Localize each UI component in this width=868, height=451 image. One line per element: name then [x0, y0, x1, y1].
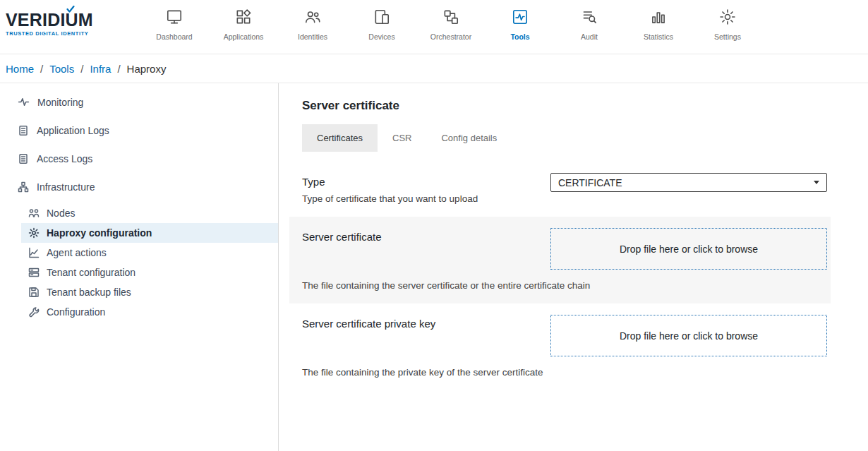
brand-tagline: TRUSTED DIGITAL IDENTITY [6, 30, 123, 37]
sidebar-item-infrastructure[interactable]: Infrastructure [0, 173, 278, 201]
certificate-type-select[interactable]: CERTIFICATE [550, 173, 827, 192]
nav-item-statistics[interactable]: Statistics [624, 0, 693, 41]
sidebar: Monitoring Application Logs Access Logs … [0, 83, 279, 451]
settings-gear-icon [717, 8, 738, 26]
nav-label: Tools [510, 32, 529, 41]
nav-item-identities[interactable]: Identities [278, 0, 347, 41]
sidebar-item-label: Monitoring [37, 97, 83, 108]
configuration-wrench-icon [28, 306, 40, 318]
nav-label: Statistics [644, 32, 673, 41]
nav-item-applications[interactable]: Applications [209, 0, 278, 41]
nav-label: Applications [224, 32, 264, 41]
tab-csr[interactable]: CSR [378, 124, 426, 152]
sidebar-item-label: Tenant backup files [47, 287, 131, 298]
breadcrumb-infra[interactable]: Infra [90, 63, 111, 75]
sidebar-item-label: Nodes [47, 208, 75, 219]
nodes-icon [28, 208, 40, 219]
sidebar-item-label: Access Logs [37, 153, 92, 164]
dropzone-text: Drop file here or click to browse [620, 330, 758, 342]
sidebar-item-label: Haproxy configuration [47, 227, 152, 239]
tools-icon [510, 8, 531, 26]
sidebar-item-label: Configuration [47, 306, 105, 318]
nav-label: Settings [714, 32, 741, 41]
top-navigation: VERIDIUM TRUSTED DIGITAL IDENTITY Dashbo… [0, 0, 868, 54]
identities-icon [302, 8, 323, 26]
sidebar-item-nodes[interactable]: Nodes [0, 203, 278, 223]
orchestrator-icon [440, 8, 462, 26]
sidebar-item-monitoring[interactable]: Monitoring [0, 88, 278, 116]
audit-icon [579, 8, 600, 26]
page-title: Server certificate [302, 99, 827, 113]
sidebar-item-label: Agent actions [47, 247, 107, 258]
breadcrumb-separator: / [80, 63, 83, 75]
sidebar-item-configuration[interactable]: Configuration [0, 302, 278, 322]
main-nav: Dashboard Applications Identities Device… [140, 0, 762, 41]
agent-actions-chart-icon [28, 247, 40, 258]
access-logs-icon [18, 153, 29, 164]
brand-name: VERIDIUM [6, 11, 123, 29]
sidebar-item-label: Application Logs [37, 125, 109, 136]
nav-label: Identities [298, 32, 327, 41]
nav-item-devices[interactable]: Devices [347, 0, 416, 41]
sidebar-item-access-logs[interactable]: Access Logs [0, 145, 278, 173]
breadcrumb-separator: / [40, 63, 43, 75]
breadcrumb-separator: / [117, 63, 120, 75]
server-certificate-row: Server certificate Drop file here or cli… [289, 217, 831, 303]
sidebar-item-label: Infrastructure [37, 181, 95, 193]
tab-certificates[interactable]: Certificates [302, 124, 378, 152]
logo-check-icon [66, 6, 75, 13]
nav-label: Audit [581, 32, 598, 41]
application-logs-icon [18, 125, 29, 136]
server-certificate-label: Server certificate [302, 228, 382, 243]
chevron-down-icon [814, 181, 819, 184]
nav-item-dashboard[interactable]: Dashboard [140, 0, 209, 41]
applications-icon [233, 8, 254, 26]
type-field-row: Type Type of certificate that you want t… [302, 162, 827, 217]
nav-item-settings[interactable]: Settings [693, 0, 762, 41]
sidebar-item-application-logs[interactable]: Application Logs [0, 116, 278, 145]
private-key-dropzone[interactable]: Drop file here or click to browse [550, 315, 827, 356]
haproxy-gear-icon [28, 227, 40, 239]
server-certificate-description: The file containing the server certifica… [302, 280, 827, 291]
main-panel: Server certificate Certificates CSR Conf… [279, 83, 868, 451]
tab-config-details[interactable]: Config details [426, 124, 512, 152]
breadcrumb: Home / Tools / Infra / Haproxy [0, 54, 868, 83]
certificate-type-selected-value: CERTIFICATE [558, 177, 622, 188]
breadcrumb-home[interactable]: Home [6, 63, 34, 75]
nav-item-audit[interactable]: Audit [555, 0, 624, 41]
sidebar-item-agent-actions[interactable]: Agent actions [0, 243, 278, 263]
type-field-label: Type [302, 173, 478, 188]
private-key-description: The file containing the private key of t… [302, 367, 827, 378]
tenant-config-server-icon [28, 267, 40, 278]
monitoring-pulse-icon [18, 96, 30, 108]
private-key-label: Server certificate private key [302, 315, 435, 330]
dropzone-text: Drop file here or click to browse [620, 243, 758, 255]
tab-bar: Certificates CSR Config details [302, 124, 827, 152]
type-field-description: Type of certificate that you want to upl… [302, 193, 478, 204]
veridium-logo: VERIDIUM TRUSTED DIGITAL IDENTITY [4, 0, 123, 37]
infrastructure-sitemap-icon [18, 181, 29, 193]
private-key-row: Server certificate private key Drop file… [302, 303, 827, 390]
sidebar-item-label: Tenant configuration [47, 267, 135, 278]
breadcrumb-tools[interactable]: Tools [49, 63, 74, 75]
server-certificate-dropzone[interactable]: Drop file here or click to browse [550, 228, 827, 270]
statistics-icon [648, 8, 669, 26]
dashboard-icon [164, 8, 185, 26]
tenant-backup-disk-icon [28, 287, 40, 298]
sidebar-item-tenant-configuration[interactable]: Tenant configuration [0, 263, 278, 282]
nav-label: Dashboard [156, 32, 192, 41]
nav-item-orchestrator[interactable]: Orchestrator [416, 0, 486, 41]
devices-icon [371, 8, 392, 26]
sidebar-item-haproxy-configuration[interactable]: Haproxy configuration [21, 223, 278, 243]
nav-item-tools[interactable]: Tools [486, 0, 555, 41]
breadcrumb-current-haproxy: Haproxy [127, 63, 167, 75]
nav-label: Orchestrator [430, 32, 471, 41]
nav-label: Devices [368, 32, 394, 41]
sidebar-item-tenant-backup-files[interactable]: Tenant backup files [0, 282, 278, 302]
